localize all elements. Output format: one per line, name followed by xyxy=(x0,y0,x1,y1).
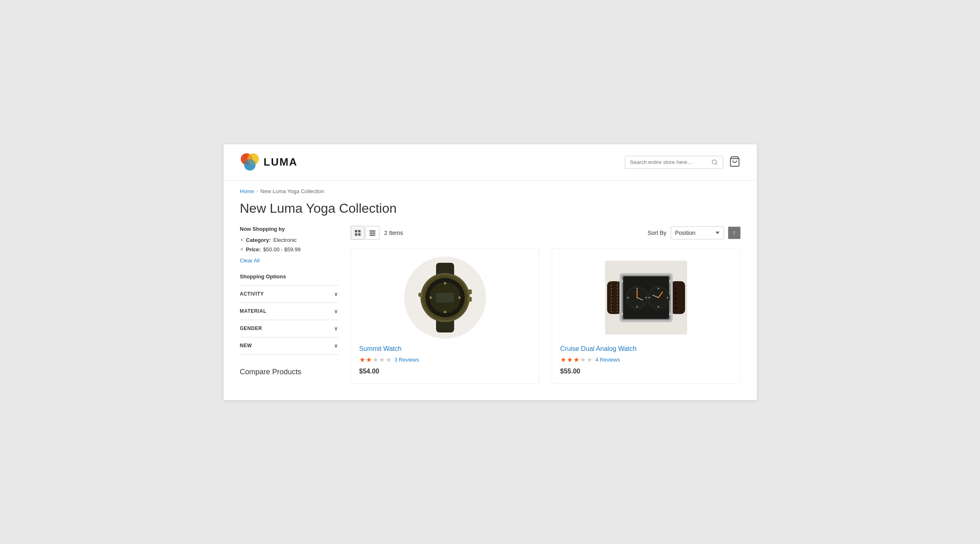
product-area: 2 Items Sort By Position Product Name Pr… xyxy=(351,226,740,384)
svg-rect-9 xyxy=(355,230,357,232)
product-name-cruise-watch[interactable]: Cruise Dual Analog Watch xyxy=(560,345,637,353)
svg-point-6 xyxy=(712,160,717,164)
product-name-summit-watch[interactable]: Summit Watch xyxy=(359,345,402,353)
filter-accordion: ACTIVITY ∨ MATERIAL ∨ GENDER ∨ xyxy=(240,285,338,355)
product-card-summit-watch: Summit Watch ★ ★ ★ ★ ★ 3 Reviews xyxy=(351,248,539,384)
accordion-item-activity: ACTIVITY ∨ xyxy=(240,286,338,303)
svg-rect-24 xyxy=(468,297,472,302)
remove-price-filter-icon[interactable]: ✕ xyxy=(240,247,244,252)
page-title: New Luma Yoga Collection xyxy=(224,198,757,226)
svg-point-43 xyxy=(645,297,647,298)
header: LUMA xyxy=(224,144,757,181)
accordion-header-new[interactable]: NEW ∨ xyxy=(240,337,338,354)
product-image-wrap-2 xyxy=(560,257,732,339)
breadcrumb-separator: › xyxy=(256,189,258,193)
svg-point-26 xyxy=(444,282,446,285)
svg-point-35 xyxy=(674,302,677,305)
star-c2: ★ xyxy=(567,356,573,364)
svg-rect-10 xyxy=(358,230,361,232)
star-2: ★ xyxy=(366,356,372,364)
svg-point-50 xyxy=(658,288,659,289)
shopping-options-title: Shopping Options xyxy=(240,273,338,280)
accordion-item-gender: GENDER ∨ xyxy=(240,320,338,337)
search-icon xyxy=(711,159,718,166)
svg-point-32 xyxy=(674,287,677,290)
breadcrumb-home[interactable]: Home xyxy=(240,188,254,194)
product-image-summit-watch xyxy=(404,257,486,339)
reviews-link-summit-watch[interactable]: 3 Reviews xyxy=(395,357,419,363)
svg-point-34 xyxy=(674,297,677,300)
toolbar-left: 2 Items xyxy=(351,226,403,240)
sort-select[interactable]: Position Product Name Price xyxy=(671,226,724,239)
star-4: ★ xyxy=(379,356,385,364)
reviews-count-cruise: 4 xyxy=(596,357,599,363)
breadcrumb: Home › New Luma Yoga Collection xyxy=(240,188,740,194)
svg-point-60 xyxy=(669,280,672,283)
svg-rect-22 xyxy=(436,293,454,303)
chevron-new-icon: ∨ xyxy=(334,343,338,349)
svg-rect-25 xyxy=(418,293,423,297)
product-price-summit-watch: $54.00 xyxy=(359,368,379,375)
products-grid: Summit Watch ★ ★ ★ ★ ★ 3 Reviews xyxy=(351,248,740,384)
remove-category-filter-icon[interactable]: ✕ xyxy=(240,237,244,243)
svg-rect-15 xyxy=(370,234,375,236)
cruise-watch-svg xyxy=(605,261,687,335)
svg-point-58 xyxy=(620,280,623,283)
star-5: ★ xyxy=(386,356,391,364)
stars-cruise-watch: ★ ★ ★ ★ ★ xyxy=(560,356,592,364)
svg-point-59 xyxy=(620,312,623,316)
search-box[interactable] xyxy=(625,156,723,169)
compare-products-title: Compare Products xyxy=(240,368,338,376)
star-c3: ★ xyxy=(573,356,579,364)
svg-rect-30 xyxy=(607,281,621,314)
chevron-activity-icon: ∨ xyxy=(334,291,338,297)
svg-point-52 xyxy=(658,306,659,307)
star-c1: ★ xyxy=(560,356,566,364)
accordion-header-activity[interactable]: ACTIVITY ∨ xyxy=(240,286,338,303)
filter-item-category: ✕ Category: Electronic xyxy=(240,237,338,243)
list-view-button[interactable] xyxy=(366,226,379,240)
now-shopping-title: Now Shopping by xyxy=(240,226,338,232)
filter-price-value: $50.00 - $59.99 xyxy=(263,246,301,253)
sort-by-label: Sort By xyxy=(648,230,667,236)
cart-icon[interactable] xyxy=(729,156,740,168)
clear-all-link[interactable]: Clear All xyxy=(240,257,260,264)
reviews-count-summit: 3 xyxy=(395,357,397,363)
svg-point-53 xyxy=(649,297,650,298)
svg-point-42 xyxy=(636,288,638,289)
star-c4: ★ xyxy=(580,356,586,364)
product-card-cruise-watch: Cruise Dual Analog Watch ★ ★ ★ ★ ★ 4 Rev… xyxy=(552,248,740,384)
svg-point-51 xyxy=(667,297,668,298)
filter-category-label: Category: xyxy=(246,237,271,243)
accordion-label-gender: GENDER xyxy=(240,325,262,331)
star-3: ★ xyxy=(372,356,378,364)
grid-view-button[interactable] xyxy=(351,226,365,240)
accordion-label-material: MATERIAL xyxy=(240,308,267,314)
items-count: 2 Items xyxy=(384,230,403,236)
svg-rect-31 xyxy=(671,281,685,314)
product-image-cruise-watch xyxy=(605,261,687,335)
rating-area-summit-watch: ★ ★ ★ ★ ★ 3 Reviews xyxy=(359,356,419,364)
view-toggle xyxy=(351,226,379,240)
main-layout: Now Shopping by ✕ Category: Electronic ✕… xyxy=(224,226,757,400)
reviews-label-cruise: Reviews xyxy=(600,357,620,363)
svg-rect-11 xyxy=(355,233,357,236)
sort-direction-button[interactable]: ↑ xyxy=(728,227,740,239)
svg-point-5 xyxy=(244,159,256,171)
svg-point-61 xyxy=(669,312,672,316)
svg-point-29 xyxy=(458,296,461,299)
summit-watch-svg xyxy=(408,261,482,335)
accordion-header-material[interactable]: MATERIAL ∨ xyxy=(240,303,338,320)
rating-area-cruise-watch: ★ ★ ★ ★ ★ 4 Reviews xyxy=(560,356,620,364)
breadcrumb-area: Home › New Luma Yoga Collection xyxy=(224,181,757,198)
search-input[interactable] xyxy=(630,159,708,165)
toolbar: 2 Items Sort By Position Product Name Pr… xyxy=(351,226,740,240)
breadcrumb-current: New Luma Yoga Collection xyxy=(260,188,324,194)
filter-category-value: Electronic xyxy=(273,237,297,243)
svg-line-7 xyxy=(716,164,717,165)
logo-area: LUMA xyxy=(240,153,298,172)
reviews-link-cruise-watch[interactable]: 4 Reviews xyxy=(596,357,620,363)
header-right xyxy=(625,156,740,169)
accordion-header-gender[interactable]: GENDER ∨ xyxy=(240,320,338,337)
filter-item-price: ✕ Price: $50.00 - $59.99 xyxy=(240,246,338,253)
